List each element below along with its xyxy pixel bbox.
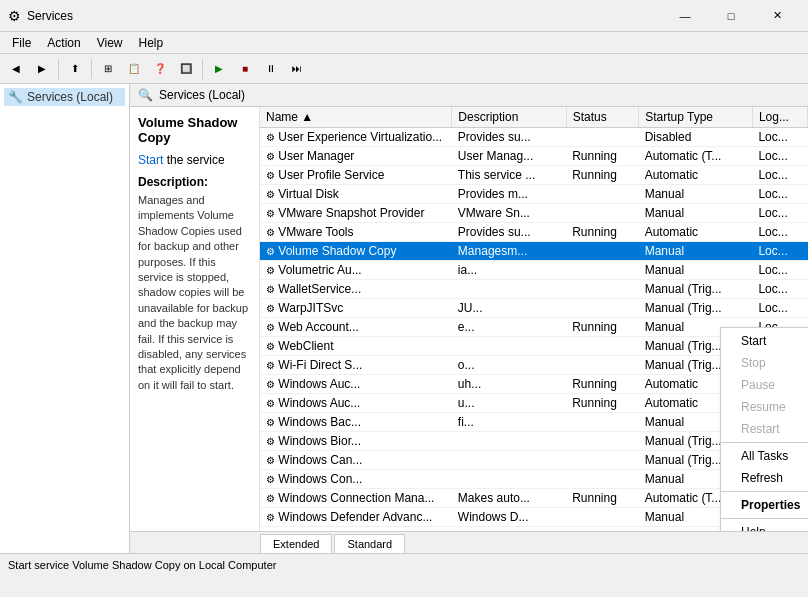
service-icon: ⚙: [266, 341, 275, 352]
content-header: 🔍 Services (Local): [130, 84, 808, 107]
context-menu-item-refresh[interactable]: Refresh: [721, 467, 808, 489]
col-log[interactable]: Log...: [752, 107, 807, 128]
table-row[interactable]: ⚙ Volumetric Au...ia...ManualLoc...: [260, 261, 808, 280]
ctx-item-label: All Tasks: [741, 449, 788, 463]
content-pane: 🔍 Services (Local) Volume Shadow Copy St…: [130, 84, 808, 553]
window-controls: — □ ✕: [662, 0, 800, 32]
col-name[interactable]: Name ▲: [260, 107, 452, 128]
sidebar: 🔧 Services (Local): [0, 84, 130, 553]
action-suffix: the service: [167, 153, 225, 167]
context-menu-item-stop: Stop: [721, 352, 808, 374]
start-service-toolbar-button[interactable]: ▶: [207, 57, 231, 81]
context-menu-item-properties[interactable]: Properties: [721, 494, 808, 516]
service-icon: ⚙: [266, 493, 275, 504]
tab-standard[interactable]: Standard: [334, 534, 405, 553]
service-icon: ⚙: [266, 379, 275, 390]
maximize-button[interactable]: □: [708, 0, 754, 32]
col-description[interactable]: Description: [452, 107, 566, 128]
service-icon: ⚙: [266, 189, 275, 200]
menu-view[interactable]: View: [89, 34, 131, 52]
tab-extended[interactable]: Extended: [260, 534, 332, 553]
service-icon: ⚙: [266, 360, 275, 371]
properties-toolbar-button[interactable]: 📋: [122, 57, 146, 81]
table-row[interactable]: ⚙ WalletService...Manual (Trig...Loc...: [260, 280, 808, 299]
ctx-item-label: Resume: [741, 400, 786, 414]
context-menu-item-restart: Restart: [721, 418, 808, 440]
table-row[interactable]: ⚙ User ManagerUser Manag...RunningAutoma…: [260, 147, 808, 166]
service-icon: ⚙: [266, 455, 275, 466]
table-row[interactable]: ⚙ Virtual DiskProvides m...ManualLoc...: [260, 185, 808, 204]
menu-help[interactable]: Help: [131, 34, 172, 52]
table-row[interactable]: ⚙ VMware ToolsProvides su...RunningAutom…: [260, 223, 808, 242]
toolbar-separator-1: [58, 59, 59, 79]
ctx-item-label: Pause: [741, 378, 775, 392]
pause-service-toolbar-button[interactable]: ⏸: [259, 57, 283, 81]
context-menu-item-start[interactable]: Start: [721, 330, 808, 352]
sidebar-item-label: Services (Local): [27, 90, 113, 104]
service-icon: ⚙: [266, 151, 275, 162]
content-header-label: Services (Local): [159, 88, 245, 102]
toolbar-separator-2: [91, 59, 92, 79]
ctx-item-label: Start: [741, 334, 766, 348]
ctx-item-label: Help: [741, 525, 766, 531]
title-bar: ⚙ Services — □ ✕: [0, 0, 808, 32]
service-icon: ⚙: [266, 284, 275, 295]
services-table-area[interactable]: Name ▲ Description Status Startup Type L…: [260, 107, 808, 531]
back-button[interactable]: ◀: [4, 57, 28, 81]
detail-title: Volume Shadow Copy: [138, 115, 251, 145]
context-menu-item-pause: Pause: [721, 374, 808, 396]
stop-service-toolbar-button[interactable]: ■: [233, 57, 257, 81]
context-menu: StartStopPauseResumeRestartAll Tasks▶Ref…: [720, 327, 808, 531]
service-icon: ⚙: [266, 227, 275, 238]
ctx-item-label: Properties: [741, 498, 800, 512]
service-icon: ⚙: [266, 512, 275, 523]
service-icon: ⚙: [266, 398, 275, 409]
service-icon: ⚙: [266, 265, 275, 276]
table-row[interactable]: ⚙ Volume Shadow CopyManagesm...ManualLoc…: [260, 242, 808, 261]
menu-file[interactable]: File: [4, 34, 39, 52]
close-button[interactable]: ✕: [754, 0, 800, 32]
table-row[interactable]: ⚙ VMware Snapshot ProviderVMware Sn...Ma…: [260, 204, 808, 223]
col-status[interactable]: Status: [566, 107, 639, 128]
col-startup[interactable]: Startup Type: [639, 107, 753, 128]
menu-bar: File Action View Help: [0, 32, 808, 54]
sidebar-item-services-local[interactable]: 🔧 Services (Local): [4, 88, 125, 106]
minimize-button[interactable]: —: [662, 0, 708, 32]
description-text: Manages and implements Volume Shadow Cop…: [138, 193, 251, 393]
table-row[interactable]: ⚙ WarpJITSvcJU...Manual (Trig...Loc...: [260, 299, 808, 318]
toolbar: ◀ ▶ ⬆ ⊞ 📋 ❓ 🔲 ▶ ■ ⏸ ⏭: [0, 54, 808, 84]
context-menu-item-help[interactable]: Help: [721, 521, 808, 531]
menu-action[interactable]: Action: [39, 34, 88, 52]
new-toolbar-button[interactable]: 🔲: [174, 57, 198, 81]
context-menu-separator: [721, 491, 808, 492]
service-icon: ⚙: [266, 436, 275, 447]
help-toolbar-button[interactable]: ❓: [148, 57, 172, 81]
up-button[interactable]: ⬆: [63, 57, 87, 81]
service-icon: ⚙: [266, 132, 275, 143]
table-header-row: Name ▲ Description Status Startup Type L…: [260, 107, 808, 128]
forward-button[interactable]: ▶: [30, 57, 54, 81]
window-title: Services: [27, 9, 662, 23]
show-hide-button[interactable]: ⊞: [96, 57, 120, 81]
window-icon: ⚙: [8, 8, 21, 24]
context-menu-item-all-tasks[interactable]: All Tasks▶: [721, 445, 808, 467]
resume-service-toolbar-button[interactable]: ⏭: [285, 57, 309, 81]
status-text: Start service Volume Shadow Copy on Loca…: [8, 559, 276, 571]
context-menu-item-resume: Resume: [721, 396, 808, 418]
status-bar: Start service Volume Shadow Copy on Loca…: [0, 553, 808, 575]
content-header-icon: 🔍: [138, 88, 153, 102]
service-icon: ⚙: [266, 208, 275, 219]
service-icon: ⚙: [266, 417, 275, 428]
context-menu-separator: [721, 442, 808, 443]
description-label: Description:: [138, 175, 251, 189]
start-service-link[interactable]: Start: [138, 153, 163, 167]
ctx-item-label: Stop: [741, 356, 766, 370]
content-wrapper: Volume Shadow Copy Start the service Des…: [130, 107, 808, 531]
service-icon: ⚙: [266, 322, 275, 333]
table-row[interactable]: ⚙ User Experience Virtualizatio...Provid…: [260, 128, 808, 147]
ctx-item-label: Refresh: [741, 471, 783, 485]
table-row[interactable]: ⚙ User Profile ServiceThis service ...Ru…: [260, 166, 808, 185]
ctx-item-label: Restart: [741, 422, 780, 436]
service-icon: ⚙: [266, 246, 275, 257]
service-icon: ⚙: [266, 170, 275, 181]
